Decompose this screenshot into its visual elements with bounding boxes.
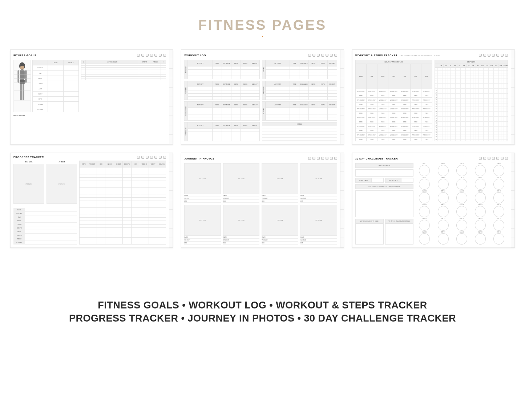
side-tabs: [169, 50, 173, 144]
toolbar-icons: [479, 157, 508, 160]
template-workout-log: WORKOUT LOG MONDAY ACTIVITYTIMEDISTANCES…: [181, 49, 344, 145]
svg-rect-4: [20, 84, 22, 100]
card-title: WORKOUT LOG: [184, 54, 206, 57]
challenge-textbox: [355, 169, 413, 177]
footer: FITNESS GOALS • WORKOUT LOG • WORKOUT & …: [0, 299, 525, 325]
reasons-textbox: [355, 190, 413, 217]
finish-date-label: FINISH DATE: [385, 178, 401, 183]
side-tabs: [169, 153, 173, 247]
decorative-dot: •: [0, 35, 525, 39]
side-tabs: [511, 50, 514, 144]
side-tabs: [340, 153, 344, 247]
measurement-rows: DATEWEIGHTBMINECKCHESTBICEPSHIPSTHIGHSWA…: [13, 208, 77, 245]
template-30-day-challenge: 30 DAY CHALLENGE TRACKER THE CHALLENGE S…: [352, 153, 515, 248]
card-title: FITNESS GOALS: [13, 54, 36, 57]
side-tabs: [511, 153, 514, 247]
monthly-log-table: MONTUEWEDTHUFRISATSUNWORKOUTWORKOUTWORKO…: [355, 64, 432, 141]
toolbar-icons: [308, 157, 337, 160]
card-title: WORKOUT & STEPS TRACKER: [355, 54, 398, 57]
templates-grid: FITNESS GOALS: [0, 49, 525, 248]
avoid-textbox: [385, 223, 413, 245]
finish-date-value: [401, 178, 413, 183]
picture-placeholder: PICTURE: [47, 164, 77, 204]
avoid-label: WHAT I SHOULD AVOID DOING: [385, 219, 413, 223]
template-journey-photos: JOURNEY IN PHOTOS PICTURE DATEWEIGHTBMI …: [181, 153, 344, 248]
days-grid: DAY 1 DAY 2 DAY 3 DAY 4 DAY 5 DAY 6 DAY …: [416, 163, 508, 245]
steps-grid: 1234567891011121314151617181920212223242…: [435, 68, 508, 141]
card-title: JOURNEY IN PHOTOS: [184, 157, 214, 160]
svg-rect-5: [23, 84, 24, 100]
card-title: PROGRESS TRACKER: [13, 156, 44, 158]
reasons-label: 5 REASONS TO COMPLETE THIS CHALLENGE: [355, 184, 413, 189]
footer-line-2: PROGRESS TRACKER • JOURNEY IN PHOTOS • 3…: [0, 312, 525, 325]
challenge-label: THE CHALLENGE: [355, 163, 413, 168]
side-tabs: [340, 50, 344, 144]
svg-rect-7: [25, 70, 27, 83]
notes-area: [13, 117, 166, 141]
toolbar-icons: [479, 54, 508, 57]
footer-line-1: FITNESS GOALS • WORKOUT LOG • WORKOUT & …: [0, 299, 525, 312]
steps-log-title: STEPS LOG: [435, 60, 508, 64]
svg-point-1: [20, 66, 24, 70]
template-progress-tracker: PROGRESS TRACKER BEFORE PICTURE AFTER PI…: [10, 153, 173, 248]
template-fitness-goals: FITNESS GOALS: [10, 49, 173, 145]
start-date-value: [372, 178, 384, 183]
months-list: • JAN FEB MAR APR MAY JUN JUL AUG SEP OC…: [400, 54, 440, 56]
after-label: AFTER: [47, 161, 77, 163]
svg-rect-6: [17, 70, 19, 83]
card-title: 30 DAY CHALLENGE TRACKER: [355, 157, 398, 160]
measurements-table: NOWGOALS WEIGHTBMINECKCHESTARMWAISTHIPST…: [32, 60, 79, 112]
page-title: FITNESS PAGES: [0, 17, 525, 33]
svg-rect-3: [20, 80, 25, 84]
progress-table: DATEWEIGHTBMINECKCHESTBICEPSHIPSTHIGHSWA…: [79, 161, 166, 245]
start-date-label: START DATE: [355, 178, 372, 183]
toolbar-icons: [308, 54, 337, 57]
actions-textbox: [355, 223, 384, 245]
steps-header-row: 1K2K3K4K5K6K7K8K9K10K11K12K13K14KTOTAL: [435, 64, 508, 68]
action-plan-table: # ACTION PLAN START FINISH ✓: [81, 60, 166, 80]
monthly-log-title: MONTHLY WORKOUT LOG: [355, 60, 432, 64]
template-workout-steps: WORKOUT & STEPS TRACKER • JAN FEB MAR AP…: [352, 49, 515, 145]
before-label: BEFORE: [13, 161, 44, 163]
toolbar-icons: [137, 156, 166, 159]
body-figure: [13, 60, 31, 112]
toolbar-icons: [137, 54, 166, 57]
picture-placeholder: PICTURE: [13, 164, 44, 204]
notes-label: NOTES & IDEAS: [13, 114, 166, 116]
actions-label: ACTIONS I NEED TO TAKE: [355, 219, 384, 223]
